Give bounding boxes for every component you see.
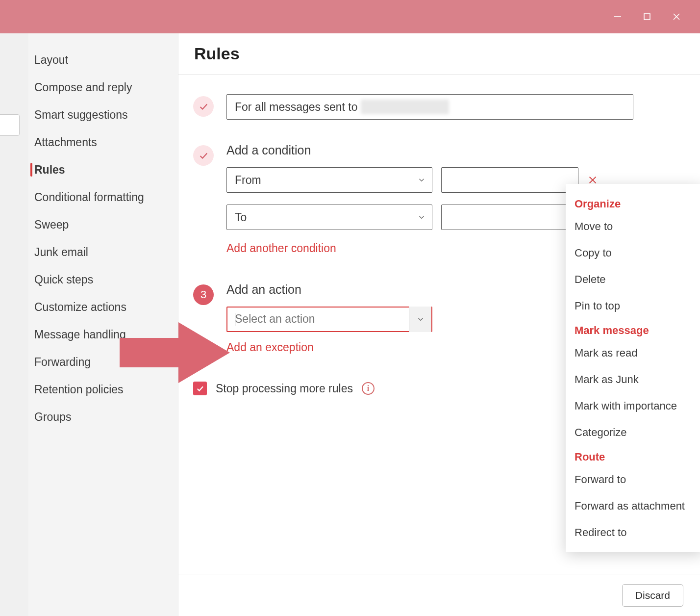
sidebar-item-attachments[interactable]: Attachments — [34, 128, 178, 156]
action-menu-option-move-to[interactable]: Move to — [566, 213, 700, 240]
sidebar-item-sweep[interactable]: Sweep — [34, 211, 178, 238]
sidebar-item-smart-suggestions[interactable]: Smart suggestions — [34, 101, 178, 128]
window-close-button[interactable] — [662, 0, 691, 33]
add-another-condition-link[interactable]: Add another condition — [226, 242, 336, 255]
step-3-badge: 3 — [193, 284, 214, 305]
action-menu-option-mark-as-junk[interactable]: Mark as Junk — [566, 366, 700, 393]
sidebar-item-layout[interactable]: Layout — [34, 46, 178, 74]
page-title: Rules — [194, 44, 700, 63]
condition-field-label: From — [235, 174, 261, 187]
chevron-down-icon — [413, 205, 430, 230]
divider — [178, 74, 700, 75]
window-titlebar — [0, 0, 700, 33]
sidebar-item-compose-and-reply[interactable]: Compose and reply — [34, 74, 178, 101]
action-menu-option-forward-as-attachment[interactable]: Forward as attachment — [566, 493, 700, 519]
annotation-arrow-icon — [120, 313, 232, 392]
stop-processing-label: Stop processing more rules — [216, 382, 353, 395]
action-select-menu: OrganizeMove toCopy toDeletePin to topMa… — [566, 184, 700, 552]
discard-button[interactable]: Discard — [622, 584, 683, 607]
svg-rect-1 — [644, 14, 650, 20]
condition-value-input[interactable] — [441, 205, 578, 230]
chevron-down-icon — [409, 307, 431, 332]
action-menu-option-redirect-to[interactable]: Redirect to — [566, 519, 700, 546]
info-icon[interactable]: i — [362, 382, 375, 395]
rule-name-input[interactable]: For all messages sent to — [226, 94, 633, 120]
window-maximize-button[interactable] — [632, 0, 662, 33]
action-menu-option-delete[interactable]: Delete — [566, 266, 700, 293]
action-menu-option-pin-to-top[interactable]: Pin to top — [566, 293, 700, 319]
action-menu-option-copy-to[interactable]: Copy to — [566, 240, 700, 266]
sidebar-item-quick-steps[interactable]: Quick steps — [34, 266, 178, 293]
svg-marker-8 — [120, 322, 230, 383]
action-menu-option-mark-as-read[interactable]: Mark as read — [566, 340, 700, 366]
sidebar-item-junk-email[interactable]: Junk email — [34, 238, 178, 266]
step-2-checkmark-icon — [193, 145, 214, 166]
action-select-placeholder: Select an action — [235, 312, 315, 325]
sidebar-item-rules[interactable]: Rules — [34, 156, 178, 183]
add-exception-link[interactable]: Add an exception — [226, 341, 314, 354]
main-panel: Rules For all messages sent to Add a con… — [178, 33, 700, 616]
sidebar-item-groups[interactable]: Groups — [34, 403, 178, 431]
condition-field-select[interactable]: To — [226, 205, 432, 230]
action-menu-heading: Organize — [566, 193, 700, 213]
rule-name-redacted — [361, 100, 449, 114]
action-menu-option-mark-with-importance[interactable]: Mark with importance — [566, 393, 700, 419]
rule-name-prefix: For all messages sent to — [235, 101, 358, 114]
condition-field-label: To — [235, 211, 247, 224]
footer: Discard — [178, 574, 700, 616]
condition-field-select[interactable]: From — [226, 167, 432, 193]
sidebar-item-conditional-formatting[interactable]: Conditional formatting — [34, 183, 178, 211]
window-minimize-button[interactable] — [603, 0, 632, 33]
action-menu-heading: Route — [566, 446, 700, 466]
chevron-down-icon — [413, 168, 430, 192]
rule-step-1: For all messages sent to — [193, 94, 700, 120]
action-menu-option-forward-to[interactable]: Forward to — [566, 466, 700, 493]
step-2-label: Add a condition — [226, 143, 671, 157]
action-menu-heading: Mark message — [566, 319, 700, 340]
step-1-checkmark-icon — [193, 96, 214, 117]
condition-value-input[interactable] — [441, 167, 578, 193]
action-menu-option-categorize[interactable]: Categorize — [566, 419, 700, 446]
truncated-panel — [0, 114, 20, 136]
action-select[interactable]: Select an action — [226, 307, 432, 332]
